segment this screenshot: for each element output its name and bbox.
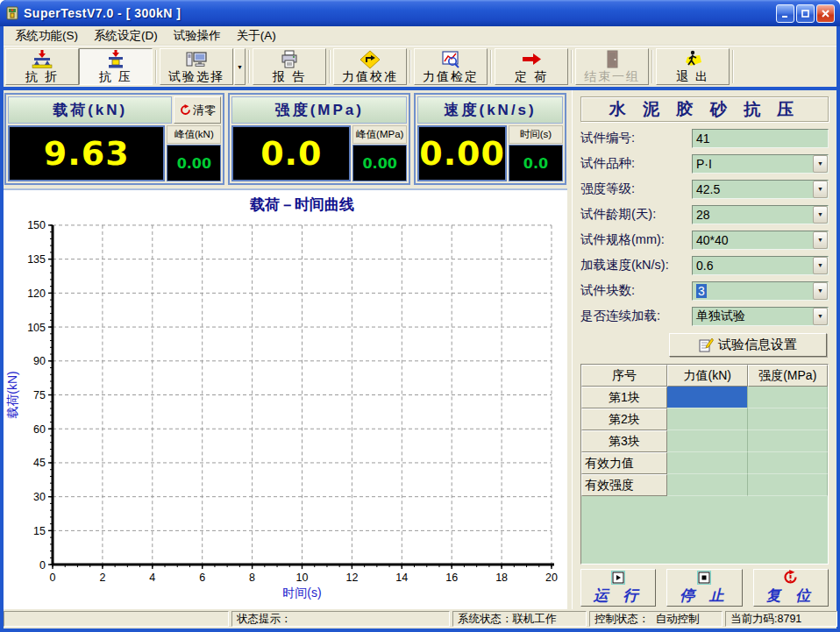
table-cell[interactable]	[667, 408, 748, 430]
column-header: 强度(MPa)	[748, 365, 829, 387]
clear-zero-label: 清零	[193, 103, 216, 118]
test-info-settings-label: 试验信息设置	[718, 337, 797, 353]
toolbar-force-verification-button[interactable]: 力值检定	[414, 48, 488, 85]
svg-text:120: 120	[27, 288, 46, 300]
row-header: 有效力值	[581, 452, 667, 474]
table-cell[interactable]	[667, 430, 748, 452]
status-control-state: 控制状态： 自动控制	[589, 611, 723, 627]
table-cell[interactable]	[748, 430, 829, 452]
toolbar-separator	[248, 50, 250, 83]
end-group-icon	[602, 50, 623, 69]
test-info-settings-button[interactable]: 试验信息设置	[669, 333, 827, 357]
toolbar-force-calibration-button[interactable]: 力值校准	[333, 48, 407, 85]
specimen-type-select[interactable]: P·I ▼	[692, 154, 829, 174]
reset-icon	[783, 570, 798, 585]
svg-text:15: 15	[33, 525, 46, 537]
chevron-down-icon[interactable]: ▼	[813, 155, 828, 173]
svg-text:60: 60	[33, 423, 46, 436]
svg-text:90: 90	[33, 355, 46, 367]
specimen-size-select[interactable]: 40*40 ▼	[692, 231, 829, 250]
maximize-button[interactable]	[796, 4, 815, 23]
loading-speed-label: 加载速度(kN/s):	[580, 257, 692, 273]
chevron-down-icon[interactable]: ▼	[813, 257, 828, 274]
test-select-dropdown-button[interactable]: ▼	[234, 48, 246, 85]
strength-grade-value: 42.5	[696, 182, 720, 196]
specimen-number-input[interactable]: 41	[692, 129, 829, 148]
table-cell[interactable]	[748, 452, 829, 474]
specimen-size-value: 40*40	[696, 233, 729, 247]
load-display-panel: 载荷(kN) 清零 9.63 峰值(kN)	[4, 93, 224, 185]
strength-peak-value: 0.00	[352, 145, 407, 181]
strength-display-panel: 强度(MPa) 0.0 峰值(MPa) 0.00	[228, 93, 410, 185]
window-title: SuperTestV7.0 - [ 300kN ]	[24, 6, 772, 20]
continuous-loading-select[interactable]: 单独试验 ▼	[692, 307, 829, 326]
table-cell[interactable]	[748, 387, 829, 408]
toolbar-separator	[329, 50, 331, 83]
toolbar-report-button[interactable]: 报 告	[253, 48, 326, 85]
toolbar-compression-button[interactable]: 抗 压	[79, 48, 153, 85]
row-header: 第3块	[581, 430, 667, 452]
status-hint: 状态提示：	[231, 611, 450, 627]
chevron-down-icon[interactable]: ▼	[813, 308, 828, 325]
toolbar-end-group-button: 结束一组	[575, 48, 649, 85]
note-edit-icon	[699, 337, 714, 352]
force-verification-icon	[440, 50, 461, 69]
menu-test-operations[interactable]: 试验操作	[166, 26, 229, 46]
svg-text:45: 45	[33, 457, 46, 469]
specimen-age-select[interactable]: 28 ▼	[692, 205, 829, 224]
toolbar-exit-button[interactable]: 退 出	[656, 48, 730, 85]
menu-about[interactable]: 关于(A)	[229, 26, 284, 46]
toolbar-flexural-button[interactable]: 抗 折	[5, 48, 79, 85]
compression-test-icon	[105, 50, 126, 69]
table-cell-selected[interactable]	[667, 387, 748, 408]
chevron-down-icon[interactable]: ▼	[813, 206, 828, 224]
action-buttons: 运 行 停 止 复	[573, 567, 836, 609]
reset-button[interactable]: 复 位	[753, 569, 829, 607]
run-button[interactable]: 运 行	[580, 569, 656, 607]
svg-text:8: 8	[249, 572, 255, 584]
svg-text:4: 4	[149, 572, 155, 584]
minimize-button[interactable]	[776, 4, 794, 23]
play-icon	[611, 571, 625, 585]
test-settings-panel: 水 泥 胶 砂 抗 压 试件编号: 41 试件品种: P·I ▼ 强度等级: 4…	[572, 90, 836, 609]
stop-button[interactable]: 停 止	[666, 569, 742, 607]
svg-text:10: 10	[296, 572, 309, 584]
specimen-number-label: 试件编号:	[580, 130, 692, 146]
specimen-age-value: 28	[696, 208, 710, 222]
maximize-icon	[801, 9, 810, 18]
row-header: 第2块	[581, 408, 667, 430]
table-cell[interactable]	[748, 474, 829, 496]
svg-text:12: 12	[345, 572, 358, 584]
load-peak-label: 峰值(kN)	[167, 125, 221, 144]
toolbar-test-select-button[interactable]: 试验选择	[160, 48, 233, 85]
toolbar-constant-load-button[interactable]: 定 荷	[495, 48, 568, 85]
specimen-age-label: 试件龄期(天):	[580, 206, 692, 223]
table-cell[interactable]	[667, 452, 748, 474]
table-cell[interactable]	[748, 408, 829, 430]
app-icon	[5, 6, 19, 20]
strength-grade-select[interactable]: 42.5 ▼	[692, 180, 829, 199]
table-cell[interactable]	[667, 474, 748, 496]
clear-zero-button[interactable]: 清零	[174, 96, 221, 124]
close-button[interactable]	[816, 4, 835, 23]
loading-speed-value: 0.6	[696, 259, 713, 273]
strength-peak-label: 峰值(MPa)	[352, 125, 407, 144]
chevron-down-icon[interactable]: ▼	[813, 181, 828, 198]
menu-system-functions[interactable]: 系统功能(S)	[7, 26, 86, 46]
load-value-display: 9.63	[8, 125, 165, 181]
panel-title: 水 泥 胶 砂 抗 压	[580, 96, 829, 122]
svg-text:0: 0	[50, 572, 56, 584]
stop-label: 停 止	[680, 586, 730, 606]
load-title: 载荷(kN)	[8, 96, 172, 124]
menu-system-settings[interactable]: 系统设定(D)	[86, 26, 166, 46]
strength-grade-label: 强度等级:	[580, 181, 692, 197]
refresh-icon	[180, 104, 191, 116]
report-icon	[279, 50, 300, 69]
svg-text:75: 75	[33, 389, 46, 401]
chevron-down-icon[interactable]: ▼	[813, 282, 828, 300]
minimize-icon	[780, 9, 790, 18]
specimen-count-select[interactable]: 3 ▼	[692, 281, 829, 301]
chevron-down-icon[interactable]: ▼	[813, 231, 828, 249]
svg-text:14: 14	[395, 572, 408, 584]
loading-speed-select[interactable]: 0.6 ▼	[692, 256, 829, 275]
